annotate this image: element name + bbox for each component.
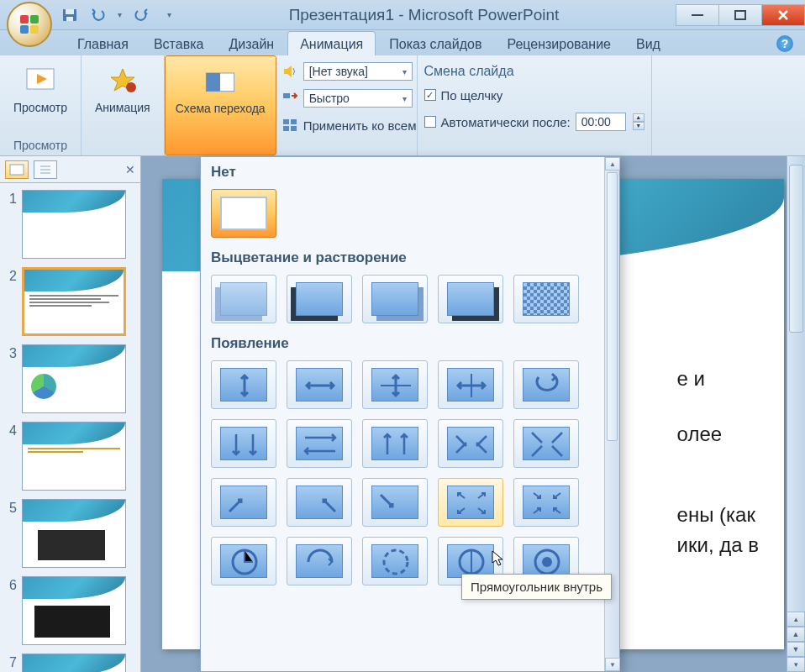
ribbon-group-transition: Схема перехода [Нет звука] Быстро Примен…: [165, 55, 418, 155]
preview-icon: [24, 62, 57, 99]
transition-clock-2[interactable]: [287, 537, 352, 585]
ribbon-group-animation: Анимация: [82, 55, 165, 155]
thumb-5[interactable]: 5: [3, 499, 137, 568]
save-icon[interactable]: [61, 6, 79, 24]
tab-insert[interactable]: Вставка: [142, 32, 215, 55]
transition-wipe-11[interactable]: [211, 478, 276, 527]
time-spin-up[interactable]: ▲: [633, 113, 645, 122]
office-button[interactable]: [7, 2, 52, 47]
tab-animation[interactable]: Анимация: [287, 31, 376, 55]
thumb-1[interactable]: 1: [3, 190, 137, 259]
svg-rect-16: [291, 119, 297, 124]
on-click-label: По щелчку: [441, 88, 503, 102]
quick-access-toolbar: ▾ ▾: [61, 6, 171, 24]
scroll-up[interactable]: ▲: [787, 627, 805, 642]
redo-icon[interactable]: [132, 6, 150, 24]
transition-clock-3[interactable]: [362, 537, 428, 585]
svg-rect-19: [10, 165, 24, 175]
on-click-checkbox[interactable]: ✓: [424, 89, 436, 101]
transition-fade-1[interactable]: [211, 275, 276, 323]
transition-wipe-7[interactable]: [287, 419, 352, 468]
svg-rect-6: [66, 17, 73, 21]
thumbs-list: 1 2 3 4 5 6 7: [0, 183, 140, 672]
transition-box-out[interactable]: [513, 478, 579, 527]
gallery-section-wipe: Появление: [201, 328, 604, 355]
thumb-6[interactable]: 6: [3, 576, 137, 645]
tab-home[interactable]: Главная: [66, 32, 140, 55]
auto-after-label: Автоматически после:: [441, 115, 571, 129]
transition-clock-1[interactable]: [211, 537, 276, 585]
undo-icon[interactable]: [89, 6, 108, 24]
thumb-2[interactable]: 2: [3, 267, 137, 336]
ribbon-group-preview: Просмотр Просмотр: [0, 55, 82, 155]
thumbs-tab-slides[interactable]: [5, 160, 29, 179]
preview-group-label: Просмотр: [7, 137, 74, 154]
scroll-next-slide[interactable]: ▾: [787, 657, 805, 672]
tab-design[interactable]: Дизайн: [217, 32, 286, 55]
apply-all-button[interactable]: Применить ко всем: [281, 114, 417, 136]
advance-title: Смена слайда: [424, 64, 645, 79]
thumb-7[interactable]: 7: [3, 654, 137, 672]
gallery-section-none: Нет: [201, 157, 604, 184]
transition-wipe-5[interactable]: [513, 360, 579, 409]
close-button[interactable]: [761, 4, 805, 26]
preview-label: Просмотр: [13, 101, 67, 114]
title-bar: ▾ ▾ Презентация1 - Microsoft PowerPoint: [0, 0, 805, 30]
help-button[interactable]: ?: [776, 35, 793, 52]
minimize-button[interactable]: [676, 4, 719, 26]
auto-time-field[interactable]: 00:00: [576, 113, 626, 131]
transition-fade-3[interactable]: [362, 275, 428, 323]
thumb-3[interactable]: 3: [3, 344, 137, 413]
animation-button[interactable]: Анимация: [88, 59, 157, 118]
transition-wipe-6[interactable]: [211, 419, 276, 468]
svg-rect-18: [291, 126, 297, 131]
svg-rect-14: [283, 93, 290, 98]
thumbs-close-icon[interactable]: ✕: [125, 163, 135, 176]
undo-dropdown-icon[interactable]: ▾: [118, 10, 122, 19]
transition-wipe-12[interactable]: [287, 478, 352, 527]
svg-rect-2: [20, 25, 29, 34]
maximize-button[interactable]: [718, 4, 762, 26]
tab-slideshow[interactable]: Показ слайдов: [377, 32, 493, 55]
gallery-scroll-up[interactable]: ▲: [605, 157, 620, 171]
scrollbar-thumb[interactable]: [789, 165, 803, 333]
transition-wipe-13[interactable]: [362, 478, 428, 527]
speed-icon: [281, 91, 298, 106]
transition-wipe-3[interactable]: [362, 360, 428, 409]
transition-scheme-button[interactable]: Схема перехода: [165, 55, 276, 155]
gallery-scroll-down[interactable]: ▼: [605, 658, 620, 671]
scroll-prev-slide[interactable]: ▴: [787, 612, 805, 627]
transition-wipe-8[interactable]: [362, 419, 428, 468]
speed-combo[interactable]: Быстро: [303, 89, 413, 108]
svg-rect-5: [66, 9, 74, 14]
transition-wipe-1[interactable]: [211, 360, 276, 409]
scroll-down[interactable]: ▼: [787, 642, 805, 657]
transition-box-in[interactable]: [438, 478, 503, 527]
ribbon-group-advance: Смена слайда ✓По щелчку Автоматически по…: [418, 55, 652, 155]
svg-rect-7: [735, 11, 745, 19]
thumb-4[interactable]: 4: [3, 422, 137, 491]
transition-wipe-4[interactable]: [438, 360, 503, 409]
transition-dissolve[interactable]: [513, 275, 579, 323]
transition-wipe-10[interactable]: [513, 419, 579, 468]
sound-combo[interactable]: [Нет звука]: [303, 62, 413, 81]
animation-icon: [106, 62, 139, 99]
transition-wipe-2[interactable]: [287, 360, 352, 409]
transition-none[interactable]: [211, 189, 276, 238]
slide-thumbnails-panel: ✕ 1 2 3 4 5 6 7: [0, 156, 141, 672]
transition-fade-4[interactable]: [438, 275, 503, 323]
time-spin-down[interactable]: ▼: [633, 122, 645, 130]
tab-review[interactable]: Рецензирование: [495, 32, 623, 55]
transition-fade-2[interactable]: [287, 275, 352, 323]
auto-after-checkbox[interactable]: [424, 116, 436, 128]
apply-all-icon: [281, 118, 298, 133]
vertical-scrollbar[interactable]: ▴ ▲ ▼ ▾: [787, 156, 805, 672]
gallery-scroll-thumb[interactable]: [607, 172, 618, 441]
preview-button[interactable]: Просмотр: [7, 59, 74, 118]
thumbs-tab-outline[interactable]: [34, 160, 57, 179]
transition-wipe-9[interactable]: [438, 419, 503, 468]
svg-rect-0: [20, 15, 29, 24]
tab-view[interactable]: Вид: [624, 32, 672, 55]
ribbon-tabs: Главная Вставка Дизайн Анимация Показ сл…: [0, 30, 805, 55]
svg-rect-3: [30, 25, 39, 34]
